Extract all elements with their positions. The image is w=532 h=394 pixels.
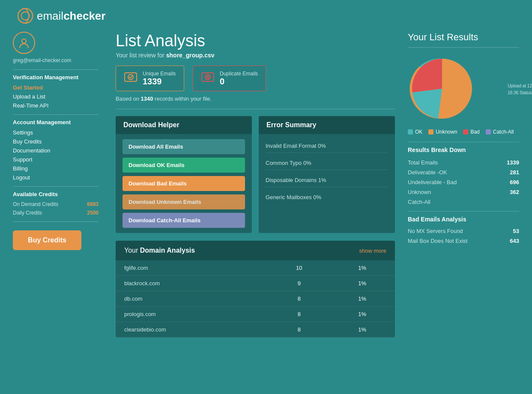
count-cell: 9: [269, 276, 330, 291]
pct-cell: 1%: [329, 322, 395, 337]
sidebar-item-buy-credits[interactable]: Buy Credits: [13, 137, 99, 146]
pct-cell: 1%: [329, 291, 395, 307]
credits-title: Available Credits: [13, 191, 99, 197]
unique-value: 1339: [143, 77, 176, 87]
breakdown-ok: Deliverable -OK 281: [408, 167, 519, 177]
count-cell: 8: [269, 307, 330, 322]
error-row-1: Common Typo 0%: [266, 156, 388, 170]
duplicate-value: 0: [220, 77, 258, 87]
count-cell: 8: [269, 291, 330, 307]
error-row-2: Disposable Domains 1%: [266, 173, 388, 187]
domain-cell: prologis.com: [116, 307, 269, 322]
panels-row: Download Helper Download All Emails Down…: [116, 116, 395, 233]
sidebar-item-get-started[interactable]: Get Started: [13, 83, 99, 92]
on-demand-credits-row: On Demand Credits 6883: [13, 200, 99, 209]
page-title: List Analysis: [116, 32, 395, 50]
table-row: db.com 8 1%: [116, 291, 395, 307]
domain-analysis-panel: Your Domain Analysis show more fglife.co…: [116, 241, 395, 337]
legend-ok: OK: [408, 129, 422, 135]
sidebar-item-support[interactable]: Support: [13, 155, 99, 164]
pie-info: Upload at 12/10/2017 16:36 Status is Fin…: [508, 83, 532, 96]
table-row: prologis.com 8 1%: [116, 307, 395, 322]
legend-unknown: Unknown: [428, 129, 457, 135]
logo-text: emailchecker: [37, 9, 105, 23]
sidebar-item-billing[interactable]: Billing: [13, 164, 99, 173]
sidebar-item-settings[interactable]: Settings: [13, 128, 99, 137]
records-line: Based on 1340 records within your file.: [116, 96, 395, 102]
pie-chart-container: Upload at 12/10/2017 16:36 Status is Fin…: [408, 54, 519, 125]
legend-bad: Bad: [463, 129, 479, 135]
error-row-3: Generic Mailboxes 0%: [266, 191, 388, 204]
download-bad-button[interactable]: Download Bad Emails: [123, 176, 245, 191]
duplicate-label: Duplicate Emails: [220, 71, 258, 77]
bad-analysis-title: Bad Emails Analysis: [408, 216, 519, 223]
breakdown-total: Total Emails 1339: [408, 158, 519, 167]
sidebar: greg@email-checker.com Verification Mana…: [13, 32, 107, 337]
download-catchall-button[interactable]: Download Catch-All Emails: [123, 213, 245, 228]
svg-point-0: [18, 9, 33, 23]
error-summary-body: Invalid Email Format 0% Common Typo 0% D…: [259, 134, 395, 209]
download-unknown-button[interactable]: Download Unknown Emails: [123, 194, 245, 209]
domain-title: Your Domain Analysis: [124, 247, 195, 254]
buy-credits-button[interactable]: Buy Credits: [13, 230, 81, 250]
main-content: List Analysis Your list review for shore…: [107, 32, 403, 337]
download-helper-panel: Download Helper Download All Emails Down…: [116, 116, 252, 233]
pct-cell: 1%: [329, 276, 395, 291]
pie-chart-actual: [408, 54, 476, 123]
table-row: blackrock.com 9 1%: [116, 276, 395, 291]
sidebar-item-logout[interactable]: Logout: [13, 173, 99, 182]
download-helper-body: Download All Emails Download OK Emails D…: [116, 134, 252, 233]
count-cell: 8: [269, 322, 330, 337]
file-name: shore_group.csv: [166, 52, 215, 59]
show-more-link[interactable]: show more: [359, 248, 386, 254]
error-row-0: Invalid Email Format 0%: [266, 139, 388, 153]
table-row: clearsidebio.com 8 1%: [116, 322, 395, 337]
download-ok-button[interactable]: Download OK Emails: [123, 158, 245, 173]
error-summary-panel: Error Summary Invalid Email Format 0% Co…: [259, 116, 395, 233]
svg-point-2: [22, 39, 26, 43]
sidebar-item-upload[interactable]: Upload a List: [13, 92, 99, 101]
stats-row: Unique Emails 1339 Duplicate Emails 0: [116, 66, 395, 91]
bad-mx-row: No MX Servers Found 53: [408, 226, 519, 236]
unknown-dot: [428, 129, 433, 134]
error-summary-title: Error Summary: [259, 116, 395, 134]
pct-cell: 1%: [329, 307, 395, 322]
breakdown-catchall: Catch-All: [408, 197, 519, 207]
daily-credits-row: Daily Credits 2500: [13, 209, 99, 217]
download-all-button[interactable]: Download All Emails: [123, 139, 245, 154]
list-subtitle: Your list review for shore_group.csv: [116, 52, 395, 59]
domain-cell: fglife.com: [116, 260, 269, 276]
pct-cell: 1%: [329, 260, 395, 276]
download-helper-title: Download Helper: [116, 116, 252, 134]
header: emailchecker: [0, 0, 532, 32]
unique-emails-box: Unique Emails 1339: [116, 66, 184, 91]
bad-dot: [463, 129, 468, 134]
sidebar-item-documentation[interactable]: Documentation: [13, 146, 99, 155]
duplicate-emails-box: Duplicate Emails 0: [193, 66, 266, 91]
catchall-dot: [486, 129, 491, 134]
table-row: fglife.com 10 1%: [116, 260, 395, 276]
breakdown-title: Results Break Down: [408, 146, 519, 153]
domain-table: fglife.com 10 1% blackrock.com 9 1% db.c…: [116, 260, 395, 337]
breakdown-bad: Undeliverable - Bad 696: [408, 177, 519, 187]
verification-title: Verification Management: [13, 74, 99, 81]
domain-cell: blackrock.com: [116, 276, 269, 291]
logo-icon: [17, 8, 33, 24]
domain-header: Your Domain Analysis show more: [116, 241, 395, 260]
logo: emailchecker: [17, 8, 105, 24]
legend: OK Unknown Bad Catch-All: [408, 129, 519, 135]
domain-cell: db.com: [116, 291, 269, 307]
unique-label: Unique Emails: [143, 71, 176, 77]
domain-cell: clearsidebio.com: [116, 322, 269, 337]
results-title: Your List Results: [408, 32, 519, 43]
right-panel: Your List Results Upload at 12/10/2017 1…: [403, 32, 519, 337]
breakdown-unknown: Unknown 362: [408, 187, 519, 197]
account-title: Account Management: [13, 119, 99, 125]
sidebar-item-api[interactable]: Real-Time API: [13, 101, 99, 110]
avatar: [13, 32, 35, 54]
user-email: greg@email-checker.com: [13, 57, 99, 63]
legend-catchall: Catch-All: [486, 129, 514, 135]
ok-dot: [408, 129, 413, 134]
bad-mailbox-row: Mail Box Does Not Exist 643: [408, 236, 519, 246]
check-icon: [124, 70, 137, 87]
